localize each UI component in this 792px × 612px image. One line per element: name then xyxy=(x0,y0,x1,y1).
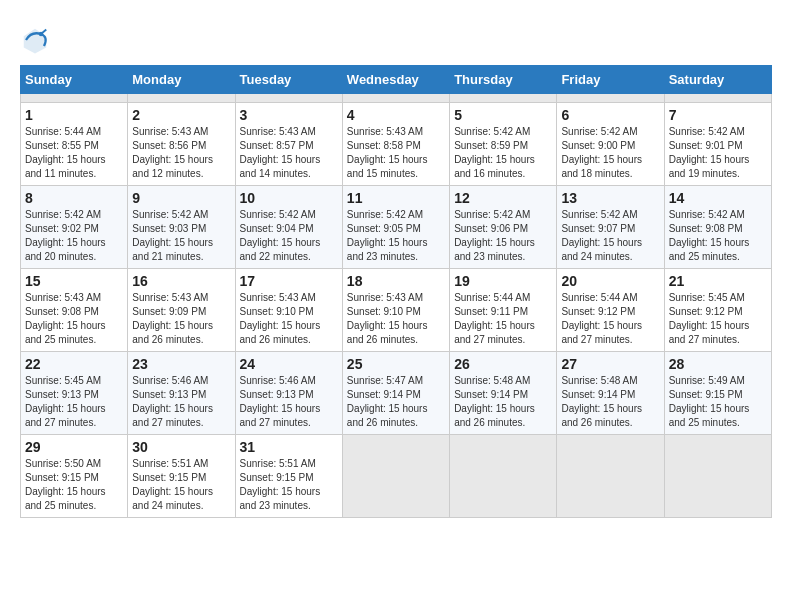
day-detail: Sunrise: 5:43 AMSunset: 9:08 PMDaylight:… xyxy=(25,291,123,347)
day-detail: Sunrise: 5:44 AMSunset: 8:55 PMDaylight:… xyxy=(25,125,123,181)
calendar-cell: 22Sunrise: 5:45 AMSunset: 9:13 PMDayligh… xyxy=(21,352,128,435)
calendar-week-row: 15Sunrise: 5:43 AMSunset: 9:08 PMDayligh… xyxy=(21,269,772,352)
calendar-cell: 24Sunrise: 5:46 AMSunset: 9:13 PMDayligh… xyxy=(235,352,342,435)
column-header-monday: Monday xyxy=(128,66,235,94)
calendar-cell: 7Sunrise: 5:42 AMSunset: 9:01 PMDaylight… xyxy=(664,103,771,186)
calendar-cell xyxy=(557,435,664,518)
calendar-cell: 26Sunrise: 5:48 AMSunset: 9:14 PMDayligh… xyxy=(450,352,557,435)
calendar-cell xyxy=(342,435,449,518)
column-header-saturday: Saturday xyxy=(664,66,771,94)
calendar-cell: 4Sunrise: 5:43 AMSunset: 8:58 PMDaylight… xyxy=(342,103,449,186)
column-header-thursday: Thursday xyxy=(450,66,557,94)
day-number: 11 xyxy=(347,190,445,206)
calendar-cell: 5Sunrise: 5:42 AMSunset: 8:59 PMDaylight… xyxy=(450,103,557,186)
day-detail: Sunrise: 5:49 AMSunset: 9:15 PMDaylight:… xyxy=(669,374,767,430)
day-number: 3 xyxy=(240,107,338,123)
day-number: 10 xyxy=(240,190,338,206)
calendar-cell: 20Sunrise: 5:44 AMSunset: 9:12 PMDayligh… xyxy=(557,269,664,352)
day-detail: Sunrise: 5:43 AMSunset: 8:58 PMDaylight:… xyxy=(347,125,445,181)
calendar-cell xyxy=(664,435,771,518)
calendar-cell: 12Sunrise: 5:42 AMSunset: 9:06 PMDayligh… xyxy=(450,186,557,269)
day-detail: Sunrise: 5:44 AMSunset: 9:12 PMDaylight:… xyxy=(561,291,659,347)
day-number: 16 xyxy=(132,273,230,289)
day-number: 18 xyxy=(347,273,445,289)
day-detail: Sunrise: 5:42 AMSunset: 9:04 PMDaylight:… xyxy=(240,208,338,264)
calendar-week-row: 22Sunrise: 5:45 AMSunset: 9:13 PMDayligh… xyxy=(21,352,772,435)
day-detail: Sunrise: 5:42 AMSunset: 9:00 PMDaylight:… xyxy=(561,125,659,181)
day-number: 15 xyxy=(25,273,123,289)
day-number: 9 xyxy=(132,190,230,206)
day-number: 14 xyxy=(669,190,767,206)
day-number: 31 xyxy=(240,439,338,455)
day-number: 24 xyxy=(240,356,338,372)
calendar-cell: 14Sunrise: 5:42 AMSunset: 9:08 PMDayligh… xyxy=(664,186,771,269)
day-number: 21 xyxy=(669,273,767,289)
calendar-cell: 16Sunrise: 5:43 AMSunset: 9:09 PMDayligh… xyxy=(128,269,235,352)
calendar-week-row: 29Sunrise: 5:50 AMSunset: 9:15 PMDayligh… xyxy=(21,435,772,518)
day-number: 5 xyxy=(454,107,552,123)
calendar-week-row: 1Sunrise: 5:44 AMSunset: 8:55 PMDaylight… xyxy=(21,103,772,186)
logo xyxy=(20,25,54,55)
day-number: 6 xyxy=(561,107,659,123)
calendar-cell: 15Sunrise: 5:43 AMSunset: 9:08 PMDayligh… xyxy=(21,269,128,352)
day-detail: Sunrise: 5:45 AMSunset: 9:12 PMDaylight:… xyxy=(669,291,767,347)
day-detail: Sunrise: 5:42 AMSunset: 9:01 PMDaylight:… xyxy=(669,125,767,181)
day-detail: Sunrise: 5:47 AMSunset: 9:14 PMDaylight:… xyxy=(347,374,445,430)
calendar-cell: 2Sunrise: 5:43 AMSunset: 8:56 PMDaylight… xyxy=(128,103,235,186)
day-detail: Sunrise: 5:43 AMSunset: 8:56 PMDaylight:… xyxy=(132,125,230,181)
day-number: 22 xyxy=(25,356,123,372)
day-detail: Sunrise: 5:42 AMSunset: 9:02 PMDaylight:… xyxy=(25,208,123,264)
calendar-cell: 17Sunrise: 5:43 AMSunset: 9:10 PMDayligh… xyxy=(235,269,342,352)
day-number: 4 xyxy=(347,107,445,123)
day-detail: Sunrise: 5:42 AMSunset: 9:06 PMDaylight:… xyxy=(454,208,552,264)
day-detail: Sunrise: 5:46 AMSunset: 9:13 PMDaylight:… xyxy=(132,374,230,430)
calendar-cell: 18Sunrise: 5:43 AMSunset: 9:10 PMDayligh… xyxy=(342,269,449,352)
logo-icon xyxy=(20,25,50,55)
day-number: 1 xyxy=(25,107,123,123)
day-number: 8 xyxy=(25,190,123,206)
calendar-cell: 11Sunrise: 5:42 AMSunset: 9:05 PMDayligh… xyxy=(342,186,449,269)
calendar-cell xyxy=(21,94,128,103)
day-detail: Sunrise: 5:43 AMSunset: 9:09 PMDaylight:… xyxy=(132,291,230,347)
day-number: 27 xyxy=(561,356,659,372)
calendar-cell: 10Sunrise: 5:42 AMSunset: 9:04 PMDayligh… xyxy=(235,186,342,269)
column-header-sunday: Sunday xyxy=(21,66,128,94)
calendar-cell xyxy=(450,94,557,103)
calendar-cell xyxy=(342,94,449,103)
calendar-week-row xyxy=(21,94,772,103)
day-detail: Sunrise: 5:42 AMSunset: 9:05 PMDaylight:… xyxy=(347,208,445,264)
calendar-cell: 9Sunrise: 5:42 AMSunset: 9:03 PMDaylight… xyxy=(128,186,235,269)
calendar-cell: 3Sunrise: 5:43 AMSunset: 8:57 PMDaylight… xyxy=(235,103,342,186)
column-header-wednesday: Wednesday xyxy=(342,66,449,94)
day-detail: Sunrise: 5:42 AMSunset: 9:07 PMDaylight:… xyxy=(561,208,659,264)
calendar-table: SundayMondayTuesdayWednesdayThursdayFrid… xyxy=(20,65,772,518)
calendar-cell: 1Sunrise: 5:44 AMSunset: 8:55 PMDaylight… xyxy=(21,103,128,186)
calendar-cell xyxy=(235,94,342,103)
calendar-cell: 31Sunrise: 5:51 AMSunset: 9:15 PMDayligh… xyxy=(235,435,342,518)
svg-point-1 xyxy=(39,32,44,37)
day-number: 28 xyxy=(669,356,767,372)
calendar-cell: 6Sunrise: 5:42 AMSunset: 9:00 PMDaylight… xyxy=(557,103,664,186)
calendar-cell: 21Sunrise: 5:45 AMSunset: 9:12 PMDayligh… xyxy=(664,269,771,352)
calendar-cell: 28Sunrise: 5:49 AMSunset: 9:15 PMDayligh… xyxy=(664,352,771,435)
calendar-cell: 8Sunrise: 5:42 AMSunset: 9:02 PMDaylight… xyxy=(21,186,128,269)
calendar-cell xyxy=(128,94,235,103)
column-header-tuesday: Tuesday xyxy=(235,66,342,94)
page-header xyxy=(20,20,772,55)
calendar-cell: 27Sunrise: 5:48 AMSunset: 9:14 PMDayligh… xyxy=(557,352,664,435)
calendar-week-row: 8Sunrise: 5:42 AMSunset: 9:02 PMDaylight… xyxy=(21,186,772,269)
day-detail: Sunrise: 5:51 AMSunset: 9:15 PMDaylight:… xyxy=(240,457,338,513)
calendar-cell: 23Sunrise: 5:46 AMSunset: 9:13 PMDayligh… xyxy=(128,352,235,435)
day-number: 12 xyxy=(454,190,552,206)
day-detail: Sunrise: 5:43 AMSunset: 9:10 PMDaylight:… xyxy=(347,291,445,347)
day-detail: Sunrise: 5:46 AMSunset: 9:13 PMDaylight:… xyxy=(240,374,338,430)
day-detail: Sunrise: 5:42 AMSunset: 8:59 PMDaylight:… xyxy=(454,125,552,181)
day-number: 26 xyxy=(454,356,552,372)
calendar-cell: 30Sunrise: 5:51 AMSunset: 9:15 PMDayligh… xyxy=(128,435,235,518)
calendar-cell: 29Sunrise: 5:50 AMSunset: 9:15 PMDayligh… xyxy=(21,435,128,518)
calendar-cell xyxy=(557,94,664,103)
day-detail: Sunrise: 5:45 AMSunset: 9:13 PMDaylight:… xyxy=(25,374,123,430)
calendar-header-row: SundayMondayTuesdayWednesdayThursdayFrid… xyxy=(21,66,772,94)
calendar-cell: 19Sunrise: 5:44 AMSunset: 9:11 PMDayligh… xyxy=(450,269,557,352)
day-detail: Sunrise: 5:43 AMSunset: 9:10 PMDaylight:… xyxy=(240,291,338,347)
